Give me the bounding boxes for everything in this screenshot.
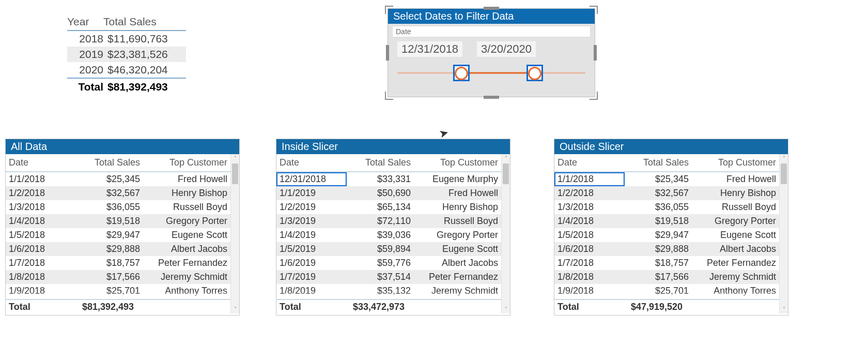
scroll-up-icon[interactable]: ˄	[780, 154, 788, 162]
resize-handle-bl[interactable]	[385, 92, 393, 100]
resize-handle-br[interactable]	[590, 92, 598, 100]
col-customer-header[interactable]: Top Customer	[414, 154, 501, 171]
cell-date: 1/7/2019	[276, 270, 347, 284]
cell-customer: Albert Jacobs	[692, 242, 779, 256]
table-title: Outside Slicer	[554, 139, 788, 154]
cell-customer: Peter Fernandez	[143, 256, 230, 270]
total-value: $81,392,493	[107, 81, 186, 93]
table-row[interactable]: 1/6/2018$29,888Albert Jacobs	[554, 242, 779, 256]
year-summary-table[interactable]: Year Total Sales 2018 $11,690,763 2019 $…	[67, 16, 186, 95]
col-date-header[interactable]: Date	[6, 154, 76, 171]
cell-sales: $29,947	[76, 228, 143, 242]
cell-customer: Russell Boyd	[143, 200, 230, 214]
col-customer-header[interactable]: Top Customer	[692, 154, 779, 171]
table-row[interactable]: 1/5/2018$29,947Eugene Scott	[6, 228, 230, 242]
table-row[interactable]: 1/1/2018$25,345Fred Howell	[554, 172, 779, 186]
cell-customer: Russell Boyd	[692, 200, 779, 214]
date-slicer[interactable]: Select Dates to Filter Data Date 12/31/2…	[388, 8, 595, 97]
resize-handle-bottom[interactable]	[484, 96, 499, 99]
table-row[interactable]: 1/7/2019$37,514Peter Fernandez	[276, 270, 501, 284]
col-sales-header[interactable]: Total Sales	[625, 154, 692, 171]
cell-date: 1/3/2018	[6, 200, 76, 214]
cell-sales: $59,776	[347, 256, 414, 270]
vertical-scrollbar[interactable]: ˄ ˅	[230, 154, 239, 313]
scroll-up-icon[interactable]: ˄	[231, 154, 239, 162]
table-row[interactable]: 1/4/2018$19,518Gregory Porter	[554, 214, 779, 228]
all-data-table[interactable]: All Data Date Total Sales Top Customer 1…	[5, 139, 240, 316]
scroll-thumb[interactable]	[503, 163, 509, 184]
table-row[interactable]: 1/8/2018$17,566Jeremy Schmidt	[554, 270, 779, 284]
cell-date: 1/7/2018	[6, 256, 76, 270]
table-row[interactable]: 1/5/2018$29,947Eugene Scott	[554, 228, 779, 242]
cell-customer: Eugene Scott	[414, 242, 501, 256]
table-row[interactable]: 2019 $23,381,526	[67, 47, 186, 62]
resize-handle-right[interactable]	[594, 45, 597, 61]
slicer-handle-end[interactable]	[526, 65, 543, 81]
cell-customer: Gregory Porter	[143, 214, 230, 228]
table-row[interactable]: 1/2/2018$32,567Henry Bishop	[6, 186, 230, 200]
table-row[interactable]: 1/1/2018$25,345Fred Howell	[6, 172, 230, 186]
scroll-down-icon[interactable]: ˅	[502, 305, 510, 313]
col-sales-header: Total Sales	[103, 16, 186, 28]
col-customer-header[interactable]: Top Customer	[143, 154, 230, 171]
vertical-scrollbar[interactable]: ˄ ˅	[779, 154, 788, 313]
table-row[interactable]: 1/6/2019$59,776Albert Jacobs	[276, 256, 501, 270]
table-row[interactable]: 1/2/2018$32,567Henry Bishop	[554, 186, 779, 200]
table-row[interactable]: 1/3/2019$72,110Russell Boyd	[276, 214, 501, 228]
table-row[interactable]: 1/8/2019$35,132Jeremy Schmidt	[276, 284, 501, 298]
table-row[interactable]: 12/31/2018$33,331Eugene Murphy	[276, 172, 501, 186]
vertical-scrollbar[interactable]: ˄ ˅	[501, 154, 510, 313]
table-row[interactable]: 1/1/2019$50,690Fred Howell	[276, 186, 501, 200]
slicer-field-label[interactable]: Date	[392, 26, 591, 37]
cell-customer: Fred Howell	[692, 172, 779, 186]
total-value: $47,919,520	[622, 302, 683, 312]
slicer-track[interactable]	[397, 65, 585, 81]
inside-slicer-table[interactable]: Inside Slicer Date Total Sales Top Custo…	[276, 139, 510, 316]
table-row[interactable]: 2018 $11,690,763	[67, 31, 186, 47]
scroll-down-icon[interactable]: ˅	[780, 305, 788, 313]
table-row[interactable]: 1/9/2018$25,701Anthony Torres	[554, 284, 779, 298]
scroll-thumb[interactable]	[232, 163, 238, 184]
slicer-from-date[interactable]: 12/31/2018	[397, 41, 462, 57]
resize-handle-left[interactable]	[386, 45, 389, 61]
cell-sales: $18,757	[76, 256, 143, 270]
resize-handle-tl[interactable]	[385, 6, 393, 14]
table-row[interactable]: 2020 $46,320,204	[67, 62, 186, 78]
cell-date: 1/9/2018	[6, 284, 76, 298]
table-row[interactable]: 1/7/2018$18,757Peter Fernandez	[554, 256, 779, 270]
resize-handle-tr[interactable]	[590, 6, 598, 14]
year-summary-body: 2018 $11,690,763 2019 $23,381,526 2020 $…	[67, 30, 186, 79]
cell-date: 1/7/2018	[554, 256, 625, 270]
resize-handle-top[interactable]	[484, 7, 499, 10]
col-sales-header[interactable]: Total Sales	[76, 154, 143, 171]
table-row[interactable]: 1/4/2019$39,036Gregory Porter	[276, 228, 501, 242]
cell-sales: $29,888	[76, 242, 143, 256]
outside-slicer-table[interactable]: Outside Slicer Date Total Sales Top Cust…	[554, 139, 788, 316]
cell-sales: $35,132	[347, 284, 414, 298]
cell-date: 1/6/2019	[276, 256, 347, 270]
table-row[interactable]: 1/4/2018$19,518Gregory Porter	[6, 214, 230, 228]
cell-date: 1/5/2018	[554, 228, 625, 242]
table-row[interactable]: 1/3/2018$36,055Russell Boyd	[554, 200, 779, 214]
col-date-header[interactable]: Date	[554, 154, 625, 171]
table-row[interactable]: 1/7/2018$18,757Peter Fernandez	[6, 256, 230, 270]
table-row[interactable]: 1/9/2018$25,701Anthony Torres	[6, 284, 230, 298]
table-row[interactable]: 1/3/2018$36,055Russell Boyd	[6, 200, 230, 214]
col-sales-header[interactable]: Total Sales	[347, 154, 414, 171]
table-row[interactable]: 1/2/2019$65,134Henry Bishop	[276, 200, 501, 214]
cell-customer: Henry Bishop	[414, 200, 501, 214]
slicer-handle-start[interactable]	[453, 65, 470, 81]
cell-customer: Jeremy Schmidt	[414, 284, 501, 298]
table-row[interactable]: 1/5/2019$59,894Eugene Scott	[276, 242, 501, 256]
table-row[interactable]: 1/6/2018$29,888Albert Jacobs	[6, 242, 230, 256]
cell-sales: $17,566	[625, 270, 692, 284]
cell-sales: $37,514	[347, 270, 414, 284]
scroll-thumb[interactable]	[781, 163, 787, 184]
cell-customer: Russell Boyd	[414, 214, 501, 228]
table-row[interactable]: 1/8/2018$17,566Jeremy Schmidt	[6, 270, 230, 284]
scroll-up-icon[interactable]: ˄	[502, 154, 510, 162]
scroll-down-icon[interactable]: ˅	[231, 305, 239, 313]
cell-date: 1/3/2019	[276, 214, 347, 228]
slicer-to-date[interactable]: 3/20/2020	[477, 41, 536, 57]
col-date-header[interactable]: Date	[276, 154, 347, 171]
